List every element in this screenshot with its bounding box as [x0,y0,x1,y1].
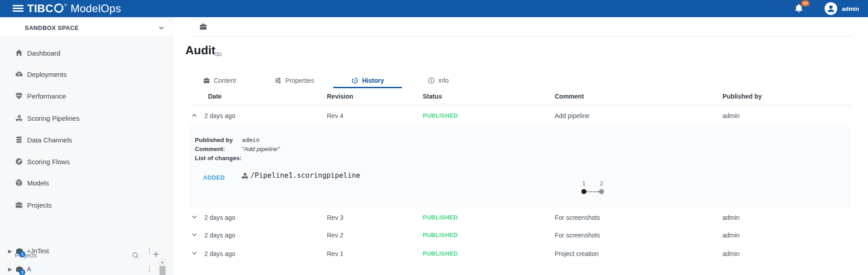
history-icon [351,77,359,84]
row-date: 2 days ago [204,232,236,239]
column-header-published-by: Published by [722,93,762,100]
project-context-briefcase-icon[interactable] [199,23,208,31]
row-revision: Rev 2 [327,232,344,239]
sidebar-scrollbar[interactable]: ▲ [158,259,166,275]
sidebar-item-label: Dashboard [27,49,60,57]
chevron-down-icon[interactable] [191,232,198,238]
expand-arrow-icon[interactable]: ▶ [8,248,12,254]
database-icon [15,136,23,144]
active-tab-underline [333,87,402,88]
tab-history[interactable]: History [351,75,384,86]
link-icon[interactable] [214,51,222,57]
sidebar-item-label: Models [27,179,49,187]
row-date: 2 days ago [204,250,236,257]
sidebar-item-projects[interactable]: Projects [0,198,173,212]
row-published-by: admin [722,112,740,119]
user-name: admin [842,5,859,12]
scroll-up-icon[interactable]: ▲ [158,261,166,264]
tab-info[interactable]: info [428,75,449,86]
cube-icon [15,179,23,187]
chevron-down-icon[interactable] [191,214,198,220]
registered-mark: ® [64,3,67,7]
sidebar-item-performance[interactable]: Performance [0,89,173,103]
table-row[interactable]: 2 days ago Rev 4 PUBLISHED Add pipeline … [173,109,860,123]
sidebar-item-models[interactable]: Models [0,176,173,190]
app-header: TIBC ® ModelOps 10 admin [0,0,868,17]
column-header-comment: Comment [555,93,584,100]
graph-node-label: 1 [581,180,586,187]
row-date: 2 days ago [204,112,236,119]
toolbar-divider [190,36,853,37]
graph-node-2[interactable] [599,189,604,194]
heart-pulse-icon [15,92,23,100]
row-published-by: admin [722,214,740,221]
sidebar-item-scoring-flows[interactable]: Scoring Flows [0,155,173,168]
tab-content[interactable]: Content [203,75,236,86]
revision-detail-panel: Published by admin Comment: "Add pipelin… [190,124,849,207]
changes-label: List of changes: [195,155,242,161]
change-path: /Pipeline1.scoringpipeline [250,171,360,180]
row-comment: Project creation [555,250,599,257]
project-briefcase-icon: 1 [15,265,24,273]
row-status-badge: PUBLISHED [423,112,458,119]
tibco-globe-icon [54,3,64,15]
scoring-pipeline-icon [15,114,23,122]
row-comment: For screenshots [555,232,600,239]
briefcase-icon [203,77,210,84]
briefcase-icon [15,201,23,209]
project-count-badge: 1 [19,269,25,275]
row-revision: Rev 1 [327,250,344,257]
tab-label: Content [214,77,236,84]
row-comment: Add pipeline [555,112,590,119]
project-tree-label: A [27,266,31,273]
project-menu-icon[interactable]: ⋮ [146,264,152,273]
tab-label: info [439,77,449,84]
table-row[interactable]: 2 days ago Rev 1 PUBLISHED Project creat… [173,247,860,261]
graph-node-1[interactable] [581,189,586,194]
row-status-badge: PUBLISHED [423,214,458,221]
comment-value: "Add pipeline" [242,146,280,152]
tab-properties[interactable]: Properties [274,75,314,86]
sidebar-item-scoring-pipelines[interactable]: Scoring Pipelines [0,111,173,125]
brand-product-text: ModelOps [71,2,121,15]
notification-count-badge: 10 [801,0,810,6]
sidebar-item-label: Scoring Pipelines [27,114,80,122]
sidebar-item-data-channels[interactable]: Data Channels [0,133,173,147]
project-tree-item[interactable]: ▶ 1 A [0,263,154,275]
row-revision: Rev 4 [327,112,344,119]
row-revision: Rev 3 [327,214,344,221]
column-header-revision: Revision [327,93,353,100]
tab-label: History [362,77,384,84]
table-header-divider [190,105,853,105]
column-header-status: Status [423,93,442,100]
sidebar-item-label: Projects [27,201,52,209]
user-avatar-icon[interactable] [825,2,837,15]
expand-arrow-icon[interactable]: ▶ [8,266,12,272]
project-count-badge: 1 [19,251,25,257]
table-row[interactable]: 2 days ago Rev 3 PUBLISHED For screensho… [173,211,860,224]
table-row[interactable]: 2 days ago Rev 2 PUBLISHED For screensho… [173,228,860,242]
row-date: 2 days ago [204,214,236,221]
sidebar-item-label: Performance [27,92,66,100]
page-title: Audit [185,43,215,57]
change-action-badge: ADDED [203,174,225,181]
row-comment: For screenshots [555,214,600,221]
project-menu-icon[interactable]: ⋮ [146,246,152,255]
home-icon [15,49,23,57]
comment-label: Comment: [195,146,225,152]
row-status-badge: PUBLISHED [423,232,458,238]
published-by-value: admin [242,137,259,143]
scoring-pipeline-icon [241,172,249,180]
project-tree-item[interactable]: ▶ 1 +JnTest [0,245,154,257]
chevron-down-icon[interactable] [191,250,198,256]
info-icon [428,77,435,84]
chevron-down-icon[interactable] [158,25,165,33]
sidebar-item-dashboard[interactable]: Dashboard [0,46,173,60]
main-content: Audit Content Properties History info Da… [173,17,868,275]
chevron-up-icon[interactable] [191,112,198,119]
scrollbar-thumb[interactable] [160,266,165,275]
space-selector[interactable]: SANDBOX SPACE [0,19,173,36]
hamburger-menu-icon[interactable] [13,5,24,12]
space-selector-label: SANDBOX SPACE [25,24,79,31]
sidebar-item-deployments[interactable]: Deployments [0,67,173,81]
